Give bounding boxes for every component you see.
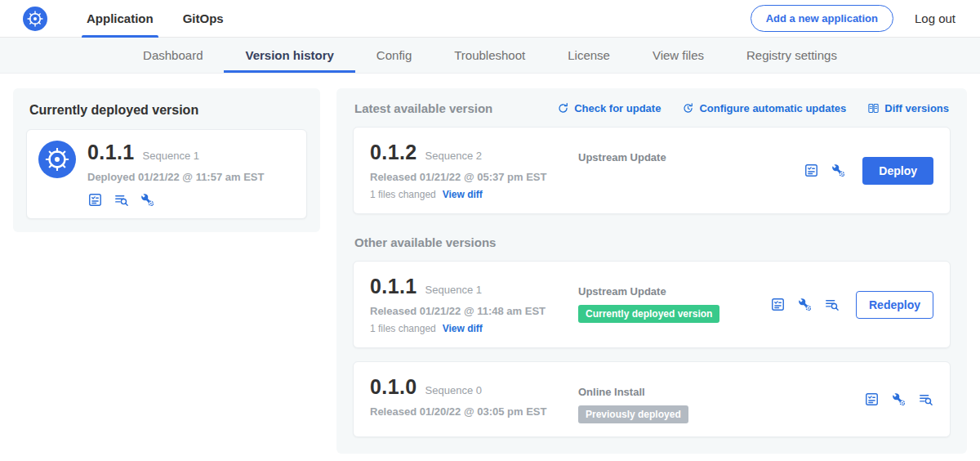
version-source: Online Install Previously deployed <box>578 375 864 423</box>
released-date: Released 01/21/22 @ 05:37 pm EST <box>370 171 578 183</box>
main-content: Currently deployed version 0.1.1 Sequenc… <box>0 74 980 454</box>
top-tabs: Application GitOps <box>72 0 238 37</box>
subnav-item-dashboard[interactable]: Dashboard <box>122 38 224 73</box>
config-icon[interactable] <box>797 297 813 312</box>
deployed-version-card: 0.1.1 Sequence 1 Deployed 01/21/22 @ 11:… <box>26 129 307 219</box>
redeploy-button[interactable]: Redeploy <box>856 291 933 319</box>
available-panel-header: Latest available version Check for updat… <box>354 101 949 115</box>
released-date: Released 01/21/22 @ 11:48 am EST <box>370 305 578 317</box>
version-number: 0.1.0 <box>370 375 417 399</box>
config-icon[interactable] <box>831 163 846 178</box>
version-source: Upstream Update Currently deployed versi… <box>578 275 770 323</box>
release-notes-icon[interactable] <box>770 297 786 312</box>
version-number: 0.1.2 <box>370 141 417 164</box>
deployed-card-body: 0.1.1 Sequence 1 Deployed 01/21/22 @ 11:… <box>87 141 264 208</box>
config-icon[interactable] <box>140 192 155 208</box>
files-changed-row: 1 files changed View diff <box>370 323 578 334</box>
version-source: Upstream Update <box>578 141 804 163</box>
version-row: 0.1.1 Sequence 1 <box>370 275 578 298</box>
deploy-button[interactable]: Deploy <box>862 157 933 185</box>
version-number: 0.1.1 <box>370 275 417 298</box>
logs-icon[interactable] <box>114 192 129 208</box>
clock-refresh-icon <box>682 102 694 114</box>
version-actions: Redeploy <box>770 291 933 319</box>
sequence-label: Sequence 0 <box>425 384 482 396</box>
deployed-actions <box>87 192 264 208</box>
add-application-button[interactable]: Add a new application <box>751 5 893 32</box>
source-label: Upstream Update <box>578 151 804 163</box>
deployed-version-row: 0.1.1 Sequence 1 <box>87 141 264 164</box>
top-bar: Application GitOps Add a new application… <box>0 0 980 38</box>
subnav-item-troubleshoot[interactable]: Troubleshoot <box>433 38 546 73</box>
tab-gitops[interactable]: GitOps <box>168 0 238 37</box>
view-diff-link[interactable]: View diff <box>443 323 483 334</box>
version-row: 0.1.2 Sequence 2 <box>370 141 578 164</box>
diff-icon <box>867 102 880 114</box>
files-changed-label: 1 files changed <box>370 189 436 200</box>
panel-header-actions: Check for update Configure automatic upd… <box>557 102 949 114</box>
subnav-item-config[interactable]: Config <box>355 38 433 73</box>
deployed-panel-title: Currently deployed version <box>29 103 307 118</box>
version-info: 0.1.2 Sequence 2 Released 01/21/22 @ 05:… <box>370 141 578 200</box>
kubernetes-logo-icon <box>23 7 47 31</box>
version-row: 0.1.0 Sequence 0 <box>370 375 578 399</box>
released-date: Released 01/20/22 @ 03:05 pm EST <box>370 405 578 418</box>
release-notes-icon[interactable] <box>804 163 819 178</box>
configure-automatic-updates-link[interactable]: Configure automatic updates <box>682 102 846 114</box>
version-card-latest: 0.1.2 Sequence 2 Released 01/21/22 @ 05:… <box>353 127 951 214</box>
subnav-item-view-files[interactable]: View files <box>631 38 725 73</box>
version-info: 0.1.0 Sequence 0 Released 01/20/22 @ 03:… <box>370 375 578 418</box>
version-info: 0.1.1 Sequence 1 Released 01/21/22 @ 11:… <box>370 275 578 334</box>
refresh-icon <box>557 102 569 114</box>
deployed-date: Deployed 01/21/22 @ 11:57 am EST <box>87 171 264 183</box>
view-diff-link[interactable]: View diff <box>443 189 483 200</box>
logout-button[interactable]: Log out <box>915 11 956 25</box>
release-notes-icon[interactable] <box>87 192 103 208</box>
latest-available-title: Latest available version <box>354 101 492 115</box>
configure-automatic-updates-label: Configure automatic updates <box>699 102 846 114</box>
deployed-version-number: 0.1.1 <box>87 141 135 164</box>
subnav-item-license[interactable]: License <box>546 38 631 73</box>
version-card-0-1-0: 0.1.0 Sequence 0 Released 01/20/22 @ 03:… <box>353 361 951 437</box>
subnav-item-registry-settings[interactable]: Registry settings <box>725 38 858 73</box>
top-bar-right: Add a new application Log out <box>751 5 956 32</box>
diff-versions-link[interactable]: Diff versions <box>867 102 949 114</box>
version-actions: Deploy <box>804 157 933 185</box>
check-for-update-link[interactable]: Check for update <box>557 102 661 114</box>
helm-wheel-icon <box>42 145 72 174</box>
files-changed-label: 1 files changed <box>370 323 436 334</box>
version-actions <box>864 392 933 407</box>
logs-icon[interactable] <box>824 297 840 312</box>
currently-deployed-panel: Currently deployed version 0.1.1 Sequenc… <box>13 88 320 232</box>
app-subnav: Dashboard Version history Config Trouble… <box>0 38 980 74</box>
app-logo-icon <box>38 141 76 178</box>
files-changed-row: 1 files changed View diff <box>370 189 578 200</box>
subnav-item-version-history[interactable]: Version history <box>224 38 354 73</box>
diff-versions-label: Diff versions <box>884 102 949 114</box>
available-versions-panel: Latest available version Check for updat… <box>336 88 967 454</box>
currently-deployed-badge: Currently deployed version <box>578 305 719 323</box>
version-card-0-1-1: 0.1.1 Sequence 1 Released 01/21/22 @ 11:… <box>353 261 951 348</box>
config-icon[interactable] <box>891 392 906 407</box>
other-versions-title: Other available versions <box>354 235 949 249</box>
deployed-sequence-label: Sequence 1 <box>143 150 199 162</box>
release-notes-icon[interactable] <box>864 392 880 407</box>
tab-application[interactable]: Application <box>72 0 168 37</box>
source-label: Online Install <box>578 386 864 398</box>
source-label: Upstream Update <box>578 285 770 298</box>
check-for-update-label: Check for update <box>574 102 661 114</box>
helm-wheel-icon <box>25 9 45 29</box>
sequence-label: Sequence 2 <box>425 150 482 162</box>
previously-deployed-badge: Previously deployed <box>578 405 688 423</box>
sequence-label: Sequence 1 <box>425 284 482 296</box>
logs-icon[interactable] <box>918 392 933 407</box>
